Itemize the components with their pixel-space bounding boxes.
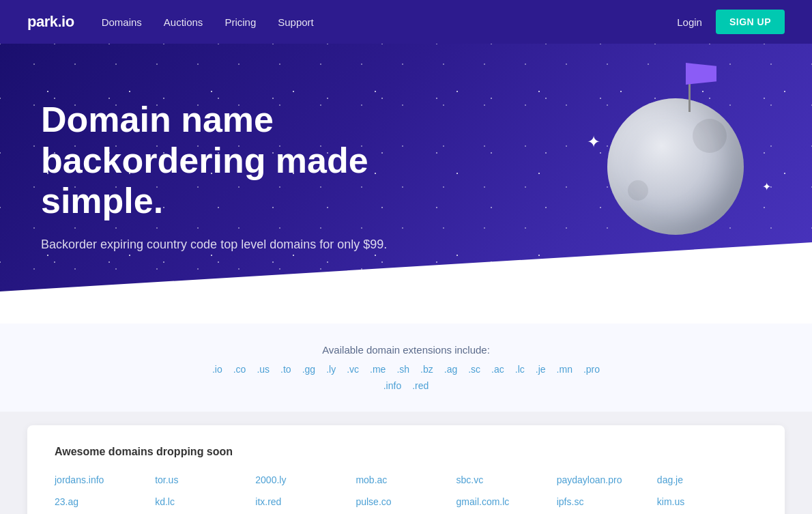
- extension-item[interactable]: .info: [383, 380, 401, 391]
- nav-links: Domains Auctions Pricing Support: [102, 16, 678, 28]
- extension-item[interactable]: .je: [536, 364, 546, 375]
- extensions-row2: .info.red: [27, 380, 785, 391]
- extension-item[interactable]: .me: [370, 364, 386, 375]
- domain-link[interactable]: kd.lc: [155, 494, 255, 510]
- hero-section: Domain name backordering made simple. Ba…: [0, 44, 812, 324]
- extension-item[interactable]: .pro: [583, 364, 600, 375]
- extension-item[interactable]: .ac: [491, 364, 504, 375]
- domain-link[interactable]: kim.us: [657, 494, 757, 510]
- nav-pricing[interactable]: Pricing: [224, 16, 256, 28]
- domains-card: Awesome domains dropping soon jordans.in…: [27, 425, 785, 514]
- domain-link[interactable]: mob.ac: [356, 472, 456, 488]
- extensions-section: Available domain extensions include: .io…: [0, 324, 812, 412]
- extension-item[interactable]: .co: [233, 364, 246, 375]
- domain-link[interactable]: 2000.ly: [255, 472, 356, 488]
- extension-item[interactable]: .io: [212, 364, 222, 375]
- domains-heading: Awesome domains dropping soon: [55, 446, 757, 458]
- nav-support[interactable]: Support: [278, 16, 314, 28]
- extension-item[interactable]: .bz: [420, 364, 433, 375]
- moon: [607, 98, 744, 235]
- signup-button[interactable]: SIGN UP: [716, 10, 785, 34]
- login-link[interactable]: Login: [677, 16, 702, 28]
- flag: [686, 63, 716, 85]
- hero-illustration: ✦ ✦: [580, 57, 785, 303]
- extension-item[interactable]: .ly: [326, 364, 336, 375]
- domain-link[interactable]: jordans.info: [55, 472, 155, 488]
- site-logo[interactable]: park.io: [27, 13, 74, 31]
- domain-link[interactable]: gmail.com.lc: [456, 494, 557, 510]
- sparkle-icon-2: ✦: [762, 180, 771, 193]
- navbar: park.io Domains Auctions Pricing Support…: [0, 0, 812, 44]
- extension-item[interactable]: .lc: [515, 364, 525, 375]
- domain-link[interactable]: dag.je: [657, 472, 757, 488]
- extension-item[interactable]: .gg: [302, 364, 315, 375]
- domain-link[interactable]: 23.ag: [55, 494, 155, 510]
- hero-title: Domain name backordering made simple.: [41, 100, 437, 222]
- nav-domains[interactable]: Domains: [102, 16, 142, 28]
- domain-link[interactable]: ipfs.sc: [557, 494, 657, 510]
- hero-content: Domain name backordering made simple. Ba…: [0, 59, 478, 309]
- extension-item[interactable]: .vc: [347, 364, 359, 375]
- domains-section: Awesome domains dropping soon jordans.in…: [0, 412, 812, 514]
- extension-item[interactable]: .ag: [444, 364, 457, 375]
- extension-item[interactable]: .sc: [468, 364, 480, 375]
- nav-auctions[interactable]: Auctions: [164, 16, 203, 28]
- domains-grid: jordans.infotor.us2000.lymob.acsbc.vcpay…: [55, 472, 757, 514]
- extension-item[interactable]: .sh: [396, 364, 409, 375]
- domain-link[interactable]: paydayloan.pro: [557, 472, 657, 488]
- extension-item[interactable]: .red: [412, 380, 429, 391]
- extension-item[interactable]: .us: [257, 364, 270, 375]
- domain-link[interactable]: tor.us: [155, 472, 255, 488]
- nav-right: Login SIGN UP: [677, 10, 785, 34]
- hero-subtitle: Backorder expiring country code top leve…: [41, 235, 437, 254]
- domain-link[interactable]: itx.red: [255, 494, 356, 510]
- extensions-row1: .io.co.us.to.gg.ly.vc.me.sh.bz.ag.sc.ac.…: [27, 364, 785, 375]
- domain-link[interactable]: sbc.vc: [456, 472, 557, 488]
- sparkle-icon: ✦: [587, 132, 600, 152]
- extensions-heading: Available domain extensions include:: [27, 344, 785, 356]
- extension-item[interactable]: .to: [280, 364, 291, 375]
- domain-link[interactable]: pulse.co: [356, 494, 456, 510]
- extension-item[interactable]: .mn: [557, 364, 572, 375]
